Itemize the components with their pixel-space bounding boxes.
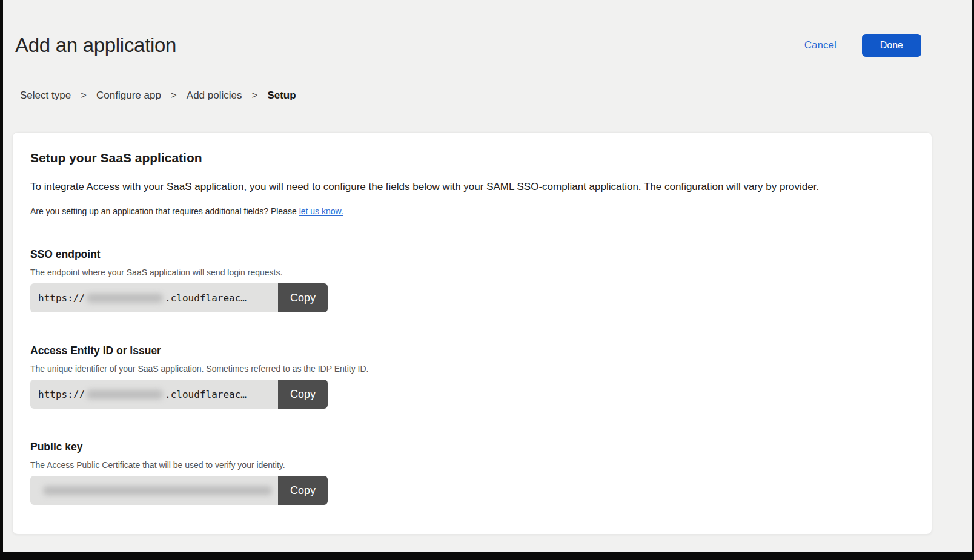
- add-application-page: Add an application Cancel Done Select ty…: [3, 0, 972, 552]
- breadcrumb-item-add-policies[interactable]: Add policies: [187, 90, 242, 102]
- entity-id-codebox: https://.cloudflareac… Copy: [30, 380, 328, 409]
- done-button[interactable]: Done: [862, 34, 921, 57]
- copy-button[interactable]: Copy: [278, 283, 328, 312]
- sso-endpoint-value: https://.cloudflareac…: [30, 283, 278, 312]
- value-suffix: .cloudflareac…: [165, 389, 247, 400]
- field-label: Public key: [30, 441, 913, 453]
- setup-card: Setup your SaaS application To integrate…: [12, 132, 932, 535]
- field-sso-endpoint: SSO endpoint The endpoint where your Saa…: [30, 248, 913, 312]
- note-text: Are you setting up an application that r…: [30, 206, 297, 216]
- header-actions: Cancel Done: [804, 34, 921, 57]
- breadcrumb: Select type > Configure app > Add polici…: [3, 90, 972, 102]
- field-description: The unique identifier of your SaaS appli…: [30, 364, 913, 374]
- page-title: Add an application: [15, 34, 176, 57]
- breadcrumb-item-select-type[interactable]: Select type: [20, 90, 71, 102]
- copy-button[interactable]: Copy: [278, 476, 328, 505]
- entity-id-value: https://.cloudflareac…: [30, 380, 278, 409]
- field-label: SSO endpoint: [30, 248, 913, 261]
- value-prefix: https://: [38, 389, 85, 400]
- sso-endpoint-codebox: https://.cloudflareac… Copy: [30, 283, 328, 312]
- card-note: Are you setting up an application that r…: [30, 206, 913, 216]
- breadcrumb-item-configure-app[interactable]: Configure app: [96, 90, 161, 102]
- value-prefix: https://: [38, 292, 85, 304]
- card-intro: To integrate Access with your SaaS appli…: [30, 181, 913, 193]
- breadcrumb-separator: >: [251, 90, 257, 102]
- field-description: The Access Public Certificate that will …: [30, 460, 913, 470]
- copy-button[interactable]: Copy: [278, 380, 328, 409]
- field-label: Access Entity ID or Issuer: [30, 344, 913, 357]
- screenshot-frame: Add an application Cancel Done Select ty…: [0, 0, 974, 560]
- breadcrumb-item-setup: Setup: [267, 90, 296, 102]
- field-access-entity-id: Access Entity ID or Issuer The unique id…: [30, 344, 913, 409]
- field-description: The endpoint where your SaaS application…: [30, 268, 913, 277]
- breadcrumb-separator: >: [171, 90, 177, 102]
- card-heading: Setup your SaaS application: [30, 151, 913, 165]
- value-suffix: .cloudflareac…: [165, 292, 247, 304]
- field-public-key: Public key The Access Public Certificate…: [30, 441, 913, 505]
- public-key-codebox: Copy: [30, 476, 328, 505]
- let-us-know-link[interactable]: let us know.: [299, 206, 343, 216]
- redacted-value-segment: [87, 294, 163, 303]
- breadcrumb-separator: >: [81, 90, 87, 102]
- cancel-button[interactable]: Cancel: [804, 39, 837, 51]
- public-key-value: [30, 476, 278, 505]
- header: Add an application Cancel Done: [3, 0, 972, 57]
- redacted-value-segment: [43, 486, 272, 495]
- redacted-value-segment: [87, 390, 163, 399]
